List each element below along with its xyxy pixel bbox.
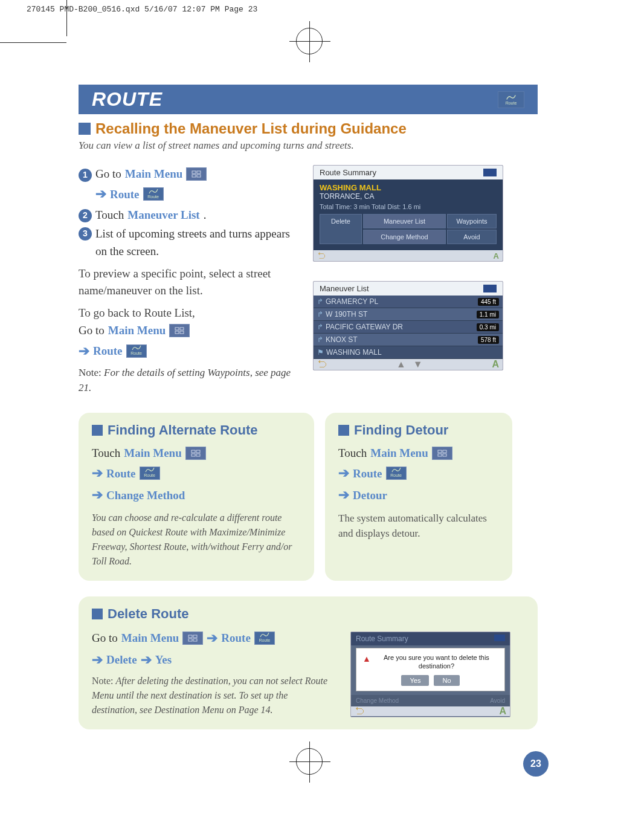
step-text: Touch: [338, 444, 367, 462]
section-heading-text: Recalling the Maneuver List during Guida…: [95, 120, 407, 137]
route-label: Route: [106, 465, 136, 482]
down-arrow-icon[interactable]: ▼: [413, 359, 423, 370]
instructions-column: 1 Go to Main Menu ➔ Route Route 2 Touch …: [79, 165, 296, 396]
up-arrow-icon[interactable]: ▲: [396, 359, 406, 370]
flag-icon: [494, 635, 505, 641]
arrow-icon: ➔: [338, 463, 349, 483]
delete-label: Delete: [106, 651, 137, 668]
screenshots-column: Route Summary WASHING MALL TORRANCE, CA …: [313, 165, 512, 396]
svg-rect-9: [196, 450, 200, 453]
arrow-icon: ➔: [338, 485, 349, 505]
maneuver-list-button[interactable]: Maneuver List: [363, 214, 446, 228]
main-menu-label: Main Menu: [125, 165, 183, 183]
step-number-icon: 1: [79, 169, 92, 182]
route-label: Route: [93, 342, 123, 360]
route-icon-label: Route: [259, 638, 271, 644]
maneuver-row[interactable]: ↱GRAMERCY PL445 ft: [314, 296, 503, 308]
maneuver-list-screenshot: Maneuver List ↱GRAMERCY PL445 ft↱W 190TH…: [313, 281, 503, 370]
step-1: 1 Go to Main Menu: [79, 165, 296, 183]
svg-rect-2: [192, 175, 196, 177]
maneuver-row[interactable]: ↱KNOX ST578 ft: [314, 334, 503, 346]
crop-header-text: 270145 PMD-B200_0516.qxd 5/16/07 12:07 P…: [27, 5, 257, 14]
title-bar: ROUTE Route: [79, 85, 538, 114]
back-icon[interactable]: ⮌: [317, 251, 326, 260]
step-text: Touch: [95, 206, 124, 224]
waypoints-note: Note: For the details of setting Waypoin…: [79, 365, 296, 396]
yes-button[interactable]: Yes: [401, 675, 429, 686]
panel-description: You can choose and re-calculate a differ…: [92, 511, 301, 569]
page-number-badge: 23: [523, 751, 549, 777]
svg-rect-8: [192, 450, 195, 453]
a-icon[interactable]: A: [494, 251, 499, 260]
registration-mark-icon: [296, 748, 323, 775]
panel-heading: Finding Detour: [354, 422, 448, 438]
avoid-button: Avoid: [490, 697, 505, 704]
route-icon: Route: [254, 632, 275, 645]
back-icon[interactable]: ⮌: [317, 359, 327, 370]
maneuver-row[interactable]: ⚑WASHING MALL: [314, 346, 503, 359]
route-icon-label: Route: [144, 473, 155, 479]
main-menu-label: Main Menu: [108, 321, 166, 339]
main-menu-icon: [169, 324, 190, 337]
main-menu-icon: [186, 167, 207, 181]
change-method-button[interactable]: Change Method: [363, 230, 446, 244]
route-meta: Total Time: 3 min Total Dist: 1.6 mi: [320, 203, 497, 210]
panel-description: The system automatically calculates and …: [338, 511, 499, 541]
main-menu-label: Main Menu: [124, 444, 182, 462]
arrow-icon: ➔: [141, 650, 152, 670]
section-heading: Recalling the Maneuver List during Guida…: [79, 120, 538, 137]
turn-icon: ⚑: [317, 348, 324, 357]
section-intro: You can view a list of street names and …: [79, 140, 538, 152]
step-number-icon: 2: [79, 209, 92, 222]
detour-panel: Finding Detour Touch Main Menu ➔RouteRou…: [325, 413, 512, 581]
note-label: Note:: [79, 367, 104, 378]
turn-icon: ↱: [317, 335, 323, 344]
step-number-icon: 3: [79, 227, 92, 241]
turn-icon: ↱: [317, 297, 323, 306]
maneuver-row[interactable]: ↱PACIFIC GATEWAY DR0.3 mi: [314, 321, 503, 334]
a-icon[interactable]: A: [499, 706, 506, 717]
step-1b: ➔ Route Route: [95, 184, 296, 204]
panel-heading: Delete Route: [108, 606, 188, 622]
svg-rect-6: [175, 331, 179, 334]
delete-route-panel: Delete Route Go to Main Menu ➔RouteRoute…: [79, 596, 538, 729]
warning-icon: ▲: [362, 653, 371, 664]
a-icon[interactable]: A: [492, 359, 499, 370]
arrow-icon: ➔: [95, 184, 106, 204]
step-text: List of upcoming streets and turns appea…: [95, 225, 296, 260]
destination-city: TORRANCE, CA: [320, 192, 497, 201]
back-icon[interactable]: ⮌: [355, 706, 364, 717]
main-menu-icon: [432, 447, 452, 460]
panel-heading: Finding Alternate Route: [108, 422, 258, 438]
delete-button[interactable]: Delete: [320, 214, 362, 244]
goback-line1: To go back to Route List,: [79, 305, 296, 322]
route-label: Route: [353, 465, 382, 482]
registration-mark-icon: [296, 28, 323, 54]
dialog-message: Are you sure you want to delete this des…: [384, 654, 489, 670]
svg-rect-10: [192, 454, 195, 456]
svg-rect-17: [193, 635, 197, 638]
step-text: Go to: [79, 321, 105, 339]
step-text: Touch: [92, 444, 120, 462]
alternate-route-panel: Finding Alternate Route Touch Main Menu …: [79, 413, 314, 581]
no-button[interactable]: No: [434, 675, 459, 686]
avoid-button[interactable]: Avoid: [447, 230, 497, 244]
note-text: After deleting the destination, you can …: [92, 676, 327, 715]
flag-icon: [483, 169, 497, 176]
svg-rect-7: [180, 331, 184, 334]
waypoints-button[interactable]: Waypoints: [447, 214, 497, 228]
route-icon: Route: [140, 467, 160, 480]
route-badge-label: Route: [506, 101, 517, 105]
square-bullet-icon: [79, 123, 91, 135]
route-icon-label: Route: [130, 351, 142, 357]
yes-label: Yes: [155, 651, 172, 668]
maneuver-row[interactable]: ↱W 190TH ST1.1 mi: [314, 308, 503, 321]
note-text: For the details of setting Waypoints, se…: [79, 367, 291, 394]
step-3: 3 List of upcoming streets and turns app…: [79, 225, 296, 260]
svg-rect-14: [438, 454, 442, 456]
destination-name: WASHING MALL: [320, 183, 497, 192]
arrow-icon: ➔: [79, 341, 89, 361]
shot-title: Route Summary: [356, 635, 408, 643]
page-content: ROUTE Route Recalling the Maneuver List …: [79, 85, 538, 729]
delete-dialog-screenshot: Route Summary ▲ Are you sure you want to…: [350, 632, 510, 717]
